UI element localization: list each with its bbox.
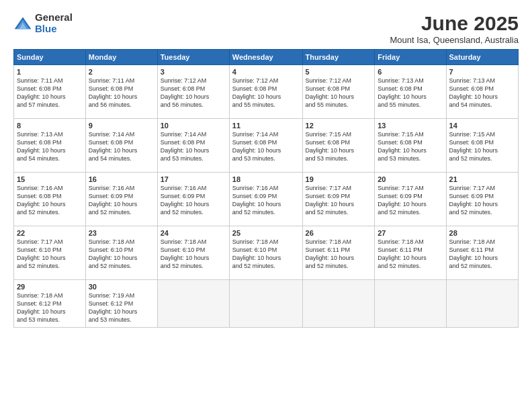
table-row xyxy=(157,280,229,328)
day-info: Sunrise: 7:12 AM Sunset: 6:08 PM Dayligh… xyxy=(161,77,226,109)
day-info: Sunrise: 7:12 AM Sunset: 6:08 PM Dayligh… xyxy=(306,77,372,109)
day-number: 15 xyxy=(17,175,83,183)
day-number: 20 xyxy=(378,175,443,183)
table-row: 17Sunrise: 7:16 AM Sunset: 6:09 PM Dayli… xyxy=(157,173,229,226)
day-number: 16 xyxy=(89,175,154,183)
day-info: Sunrise: 7:15 AM Sunset: 6:08 PM Dayligh… xyxy=(449,130,515,163)
day-number: 12 xyxy=(306,122,372,130)
table-row: 27Sunrise: 7:18 AM Sunset: 6:11 PM Dayli… xyxy=(375,226,446,280)
table-row: 30Sunrise: 7:19 AM Sunset: 6:12 PM Dayli… xyxy=(85,280,157,328)
table-row: 22Sunrise: 7:17 AM Sunset: 6:10 PM Dayli… xyxy=(14,226,86,280)
table-row: 13Sunrise: 7:15 AM Sunset: 6:08 PM Dayli… xyxy=(375,119,446,173)
table-row xyxy=(302,280,375,328)
table-row: 7Sunrise: 7:13 AM Sunset: 6:08 PM Daylig… xyxy=(446,65,518,119)
table-row xyxy=(375,280,446,328)
week-row-3: 15Sunrise: 7:16 AM Sunset: 6:08 PM Dayli… xyxy=(14,173,519,226)
col-monday: Monday xyxy=(85,50,157,65)
day-number: 10 xyxy=(161,122,226,130)
header-row: Sunday Monday Tuesday Wednesday Thursday… xyxy=(14,50,519,65)
main-title: June 2025 xyxy=(390,12,519,34)
logo: General Blue xyxy=(13,12,73,34)
day-number: 4 xyxy=(232,68,300,76)
day-number: 29 xyxy=(17,283,83,291)
table-row: 19Sunrise: 7:17 AM Sunset: 6:09 PM Dayli… xyxy=(302,173,375,226)
table-row: 1Sunrise: 7:11 AM Sunset: 6:08 PM Daylig… xyxy=(14,65,86,119)
day-info: Sunrise: 7:11 AM Sunset: 6:08 PM Dayligh… xyxy=(17,77,83,109)
day-number: 30 xyxy=(89,283,154,291)
day-number: 3 xyxy=(161,68,226,76)
day-number: 17 xyxy=(161,175,226,183)
day-info: Sunrise: 7:18 AM Sunset: 6:12 PM Dayligh… xyxy=(17,291,83,324)
col-sunday: Sunday xyxy=(14,50,86,65)
table-row: 8Sunrise: 7:13 AM Sunset: 6:08 PM Daylig… xyxy=(14,119,86,173)
day-number: 25 xyxy=(232,229,300,237)
day-info: Sunrise: 7:17 AM Sunset: 6:10 PM Dayligh… xyxy=(17,238,83,271)
col-wednesday: Wednesday xyxy=(229,50,302,65)
day-info: Sunrise: 7:14 AM Sunset: 6:08 PM Dayligh… xyxy=(161,130,226,163)
table-row: 15Sunrise: 7:16 AM Sunset: 6:08 PM Dayli… xyxy=(14,173,86,226)
day-number: 24 xyxy=(161,229,226,237)
table-row: 10Sunrise: 7:14 AM Sunset: 6:08 PM Dayli… xyxy=(157,119,229,173)
day-info: Sunrise: 7:15 AM Sunset: 6:08 PM Dayligh… xyxy=(378,130,443,163)
logo-icon xyxy=(13,16,32,31)
day-number: 21 xyxy=(449,175,515,183)
table-row: 9Sunrise: 7:14 AM Sunset: 6:08 PM Daylig… xyxy=(85,119,157,173)
table-row: 20Sunrise: 7:17 AM Sunset: 6:09 PM Dayli… xyxy=(375,173,446,226)
day-info: Sunrise: 7:14 AM Sunset: 6:08 PM Dayligh… xyxy=(232,130,300,163)
title-block: June 2025 Mount Isa, Queensland, Austral… xyxy=(390,12,519,45)
day-info: Sunrise: 7:18 AM Sunset: 6:10 PM Dayligh… xyxy=(89,238,154,271)
day-number: 11 xyxy=(232,122,300,130)
logo-general: General xyxy=(35,12,73,24)
week-row-4: 22Sunrise: 7:17 AM Sunset: 6:10 PM Dayli… xyxy=(14,226,519,280)
logo-text: General Blue xyxy=(35,12,73,34)
day-info: Sunrise: 7:12 AM Sunset: 6:08 PM Dayligh… xyxy=(232,77,300,109)
table-row: 12Sunrise: 7:15 AM Sunset: 6:08 PM Dayli… xyxy=(302,119,375,173)
day-number: 26 xyxy=(306,229,372,237)
day-info: Sunrise: 7:18 AM Sunset: 6:11 PM Dayligh… xyxy=(378,238,443,271)
day-number: 13 xyxy=(378,122,443,130)
day-number: 7 xyxy=(449,68,515,76)
day-number: 19 xyxy=(306,175,372,183)
day-number: 5 xyxy=(306,68,372,76)
table-row: 24Sunrise: 7:18 AM Sunset: 6:10 PM Dayli… xyxy=(157,226,229,280)
table-row: 28Sunrise: 7:18 AM Sunset: 6:11 PM Dayli… xyxy=(446,226,518,280)
table-row xyxy=(229,280,302,328)
day-info: Sunrise: 7:14 AM Sunset: 6:08 PM Dayligh… xyxy=(89,130,154,163)
table-row: 29Sunrise: 7:18 AM Sunset: 6:12 PM Dayli… xyxy=(14,280,86,328)
day-number: 28 xyxy=(449,229,515,237)
day-info: Sunrise: 7:15 AM Sunset: 6:08 PM Dayligh… xyxy=(306,130,372,163)
table-row xyxy=(446,280,518,328)
calendar-table: Sunday Monday Tuesday Wednesday Thursday… xyxy=(13,49,519,328)
day-number: 22 xyxy=(17,229,83,237)
day-number: 27 xyxy=(378,229,443,237)
table-row: 25Sunrise: 7:18 AM Sunset: 6:10 PM Dayli… xyxy=(229,226,302,280)
table-row: 2Sunrise: 7:11 AM Sunset: 6:08 PM Daylig… xyxy=(85,65,157,119)
day-info: Sunrise: 7:16 AM Sunset: 6:09 PM Dayligh… xyxy=(232,184,300,217)
day-info: Sunrise: 7:19 AM Sunset: 6:12 PM Dayligh… xyxy=(89,291,154,324)
day-info: Sunrise: 7:11 AM Sunset: 6:08 PM Dayligh… xyxy=(89,77,154,109)
day-number: 1 xyxy=(17,68,83,76)
header: General Blue June 2025 Mount Isa, Queens… xyxy=(13,12,519,45)
table-row: 4Sunrise: 7:12 AM Sunset: 6:08 PM Daylig… xyxy=(229,65,302,119)
page: General Blue June 2025 Mount Isa, Queens… xyxy=(0,0,532,411)
day-info: Sunrise: 7:17 AM Sunset: 6:09 PM Dayligh… xyxy=(306,184,372,217)
table-row: 5Sunrise: 7:12 AM Sunset: 6:08 PM Daylig… xyxy=(302,65,375,119)
col-saturday: Saturday xyxy=(446,50,518,65)
day-info: Sunrise: 7:18 AM Sunset: 6:10 PM Dayligh… xyxy=(161,238,226,271)
col-friday: Friday xyxy=(375,50,446,65)
week-row-1: 1Sunrise: 7:11 AM Sunset: 6:08 PM Daylig… xyxy=(14,65,519,119)
subtitle: Mount Isa, Queensland, Australia xyxy=(390,35,519,45)
day-number: 23 xyxy=(89,229,154,237)
day-info: Sunrise: 7:16 AM Sunset: 6:09 PM Dayligh… xyxy=(89,184,154,217)
day-number: 9 xyxy=(89,122,154,130)
day-info: Sunrise: 7:13 AM Sunset: 6:08 PM Dayligh… xyxy=(378,77,443,109)
col-thursday: Thursday xyxy=(302,50,375,65)
day-number: 18 xyxy=(232,175,300,183)
day-info: Sunrise: 7:17 AM Sunset: 6:09 PM Dayligh… xyxy=(378,184,443,217)
logo-blue: Blue xyxy=(35,24,73,35)
col-tuesday: Tuesday xyxy=(157,50,229,65)
table-row: 18Sunrise: 7:16 AM Sunset: 6:09 PM Dayli… xyxy=(229,173,302,226)
table-row: 3Sunrise: 7:12 AM Sunset: 6:08 PM Daylig… xyxy=(157,65,229,119)
day-info: Sunrise: 7:16 AM Sunset: 6:09 PM Dayligh… xyxy=(161,184,226,217)
table-row: 11Sunrise: 7:14 AM Sunset: 6:08 PM Dayli… xyxy=(229,119,302,173)
